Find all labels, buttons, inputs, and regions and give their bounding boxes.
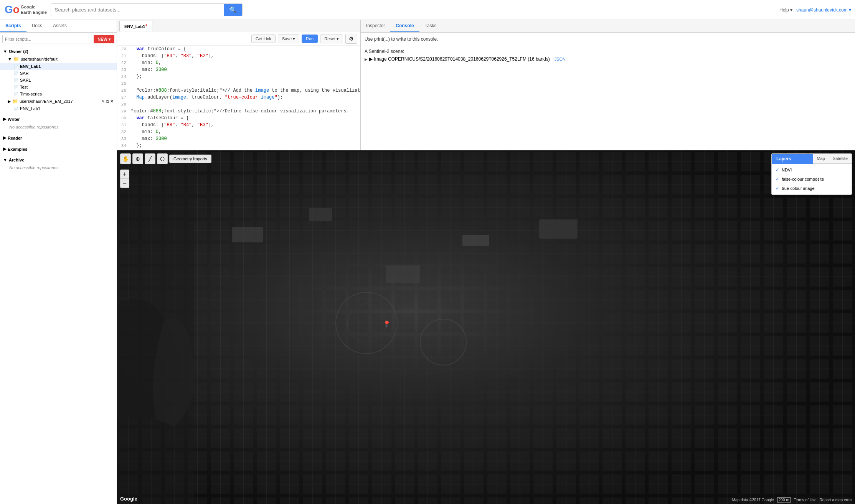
top-row: ENV_Lab1* Get Link Save ▾ Run Reset ▾: [117, 20, 855, 150]
settings-button[interactable]: ⚙: [345, 34, 357, 44]
code-line: 24 };: [117, 73, 360, 80]
terms-link[interactable]: Terms of Use: [794, 498, 817, 502]
layer-false-colour-check: ✓: [776, 176, 779, 182]
line-tool-button[interactable]: ╱: [145, 153, 155, 164]
filter-bar: NEW▾: [0, 33, 117, 46]
reader-section: ▶Reader: [0, 132, 117, 143]
tree-file-time-series[interactable]: 📄Time-series: [0, 91, 117, 97]
console-image-label: ▶ Image COPERNICUS/S2/20160629T014038_20…: [369, 56, 550, 62]
code-line: 33 max: 3000: [117, 135, 360, 142]
tree-file-env-lab1[interactable]: 📄ENV_Lab1: [0, 63, 117, 70]
layer-ndvi-check: ✓: [776, 167, 779, 173]
run-button[interactable]: Run: [302, 35, 318, 43]
help-button[interactable]: Help ▾: [779, 7, 792, 13]
logo: Google Google Earth Engine: [4, 2, 47, 18]
tree-file-sar1[interactable]: 📄SAR1: [0, 77, 117, 84]
layers-panel-header-row: Layers Map Satellite: [772, 154, 852, 164]
layers-header: Layers: [772, 154, 813, 164]
save-button[interactable]: Save ▾: [278, 35, 299, 43]
archive-section-header[interactable]: ▼Archive: [0, 156, 117, 164]
map-data-label: Map data ©2017 Google: [732, 498, 774, 502]
filter-input[interactable]: [2, 35, 92, 43]
reader-section-header[interactable]: ▶Reader: [0, 134, 117, 142]
report-link[interactable]: Report a map error: [820, 498, 852, 502]
layer-false-colour[interactable]: ✓ false-colour composite: [772, 175, 852, 184]
tab-tasks[interactable]: Tasks: [419, 20, 442, 32]
folder-share-icon[interactable]: ⧉: [106, 99, 109, 104]
polygon-tool-button[interactable]: ⬡: [157, 153, 168, 164]
svg-rect-11: [117, 150, 855, 504]
tab-assets[interactable]: Assets: [48, 20, 72, 32]
code-line: 34 };: [117, 142, 360, 149]
tab-scripts[interactable]: Scripts: [0, 20, 26, 32]
tree-folder-default[interactable]: ▼📁users/shaun/default: [0, 55, 117, 63]
tree-file-env-lab1-2[interactable]: 📄ENV_Lab1: [0, 105, 117, 112]
tab-console[interactable]: Console: [390, 20, 419, 32]
search-bar: 🔍: [51, 3, 243, 16]
archive-section: ▼Archive No accessible repositories.: [0, 155, 117, 173]
point-tool-button[interactable]: ⊕: [132, 153, 143, 164]
map-toolbar: ✋ ⊕ ╱ ⬡ Geometry Imports: [120, 153, 211, 164]
archive-no-access: No accessible repositories.: [0, 164, 117, 171]
code-line: 20 var trueColour = {: [117, 46, 360, 53]
tab-docs[interactable]: Docs: [26, 20, 48, 32]
console-hint: Use print(...) to write to this console.: [365, 36, 851, 42]
code-line: 27 Map.addLayer(image, trueColour, "true…: [117, 94, 360, 101]
layer-false-colour-label: false-colour composite: [782, 177, 824, 181]
code-area[interactable]: 20 var trueColour = {21 bands: ["B4", "B…: [117, 46, 360, 150]
map-view-tab[interactable]: Map: [813, 154, 829, 164]
inspector-panel: Inspector Console Tasks Use print(...) t…: [361, 20, 855, 150]
editor-tab-env-lab1[interactable]: ENV_Lab1*: [119, 21, 152, 31]
topbar: Google Google Earth Engine 🔍 Help ▾ shau…: [0, 0, 855, 20]
editor-tabs: ENV_Lab1*: [117, 20, 360, 32]
logo-text: Google Earth Engine: [21, 5, 47, 15]
inspector-tabs: Inspector Console Tasks: [361, 20, 855, 33]
layer-ndvi[interactable]: ✓ NDVI: [772, 165, 852, 175]
search-button[interactable]: 🔍: [224, 4, 242, 16]
console-scene-label: A Sentinel-2 scene:: [365, 49, 851, 54]
folder-delete-icon[interactable]: ✕: [110, 99, 114, 104]
search-input[interactable]: [51, 5, 224, 15]
satellite-view-tab[interactable]: Satellite: [829, 154, 852, 164]
zoom-in-button[interactable]: +: [120, 170, 129, 179]
tree-folder-env-em[interactable]: ▶📁users/shaun/ENV_EM_2017 ✎ ⧉ ✕: [0, 97, 117, 105]
console-image-tree[interactable]: ▶ ▶ Image COPERNICUS/S2/20160629T014038_…: [365, 56, 851, 63]
left-panel: Scripts Docs Assets NEW▾ ▼Owner (2) ▼📁us…: [0, 20, 117, 504]
editor-toolbar: Get Link Save ▾ Run Reset ▾ ⚙: [117, 32, 360, 46]
map-attribution: Map data ©2017 Google 200 m Terms of Use…: [732, 497, 852, 502]
svg-rect-15: [386, 265, 420, 283]
console-content: Use print(...) to write to this console.…: [361, 33, 855, 150]
geometry-imports-button[interactable]: Geometry Imports: [169, 155, 211, 163]
layer-true-colour[interactable]: ✓ true-colour image: [772, 184, 852, 193]
center-right-area: ENV_Lab1* Get Link Save ▾ Run Reset ▾: [117, 20, 855, 504]
folder-edit-icon[interactable]: ✎: [101, 99, 105, 104]
tree-file-sar[interactable]: 📄SAR: [0, 70, 117, 77]
code-line: 28: [117, 101, 360, 108]
code-line: 22 min: 0,: [117, 59, 360, 66]
writer-section-header[interactable]: ▶Writer: [0, 115, 117, 123]
google-logo-icon: Google: [4, 2, 19, 18]
code-line: 25: [117, 80, 360, 87]
tab-inspector[interactable]: Inspector: [361, 20, 390, 32]
code-line: 31 bands: ["B8", "B4", "B3"],: [117, 122, 360, 128]
new-button[interactable]: NEW▾: [94, 35, 114, 43]
owner-section-header[interactable]: ▼Owner (2): [0, 48, 117, 55]
zoom-out-button[interactable]: −: [120, 179, 129, 188]
svg-rect-14: [309, 208, 332, 221]
get-link-button[interactable]: Get Link: [251, 35, 276, 43]
content-area: Scripts Docs Assets NEW▾ ▼Owner (2) ▼📁us…: [0, 20, 855, 504]
svg-rect-17: [539, 219, 578, 239]
console-json-link-1[interactable]: JSON: [555, 57, 566, 61]
examples-section-header[interactable]: ▶Examples: [0, 145, 117, 153]
layer-true-colour-label: true-colour image: [782, 186, 815, 191]
user-button[interactable]: shaun@shaunlevick.com ▾: [796, 7, 851, 13]
google-footer-logo: Google: [120, 496, 137, 502]
svg-rect-13: [232, 227, 263, 242]
reset-button[interactable]: Reset ▾: [320, 35, 343, 43]
writer-section: ▶Writer No accessible repositories.: [0, 114, 117, 132]
zoom-controls: + −: [120, 170, 129, 188]
map-row: ✋ ⊕ ╱ ⬡ Geometry Imports + − 📍: [117, 150, 855, 504]
tree-file-test[interactable]: 📄Test: [0, 84, 117, 91]
pan-tool-button[interactable]: ✋: [120, 153, 131, 164]
code-line: 23 max: 3000: [117, 66, 360, 73]
